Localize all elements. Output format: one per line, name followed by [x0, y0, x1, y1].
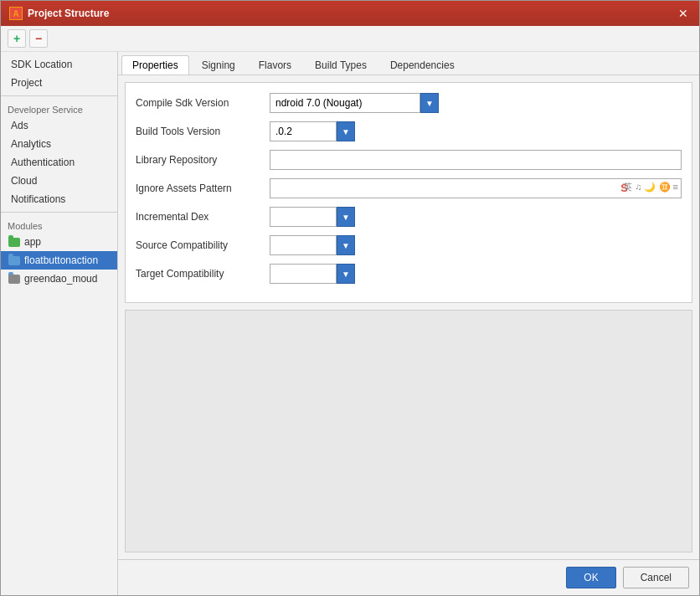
compile-sdk-row: Compile Sdk Version ▼: [136, 93, 682, 113]
sidebar-item-project[interactable]: Project: [1, 74, 117, 92]
library-repo-row: Library Repository: [136, 150, 682, 170]
app-icon: A: [9, 7, 23, 20]
compile-sdk-dropdown-btn[interactable]: ▼: [420, 93, 439, 113]
build-tools-input[interactable]: [270, 121, 337, 141]
target-compat-control: ▼: [270, 264, 682, 284]
module-label-greendao: greendao_moud: [24, 273, 97, 285]
build-tools-dropdown-btn[interactable]: ▼: [337, 121, 355, 141]
folder-icon-greendao: [8, 272, 21, 285]
main-content: SDK Location Project Developer Service A…: [1, 52, 699, 595]
close-button[interactable]: ✕: [676, 6, 691, 21]
incremental-dex-control: ▼: [270, 207, 682, 227]
module-item-floatbuttonaction[interactable]: floatbuttonaction: [1, 251, 117, 270]
tab-build-types[interactable]: Build Types: [304, 55, 378, 74]
sidebar-item-sdk-location[interactable]: SDK Location: [1, 55, 117, 74]
folder-blue-icon: [8, 256, 20, 265]
source-compat-row: Source Compatibility ▼: [136, 235, 682, 255]
sidebar-item-notifications[interactable]: Notifications: [1, 190, 117, 208]
footer: OK Cancel: [118, 559, 699, 595]
source-compat-control: ▼: [270, 235, 682, 255]
source-compat-dropdown-btn[interactable]: ▼: [337, 235, 355, 255]
build-tools-dropdown: ▼: [270, 121, 355, 141]
incremental-dex-row: Incremental Dex ▼: [136, 207, 682, 227]
module-item-greendao[interactable]: greendao_moud: [1, 270, 117, 288]
build-tools-row: Build Tools Version ▼: [136, 121, 682, 141]
sidebar-divider-2: [1, 212, 117, 213]
sidebar-item-authentication[interactable]: Authentication: [1, 153, 117, 172]
tab-signing[interactable]: Signing: [191, 55, 246, 74]
source-compat-label: Source Compatibility: [136, 239, 270, 251]
folder-green-icon: [8, 238, 20, 247]
target-compat-row: Target Compatibility ▼: [136, 264, 682, 284]
tab-properties[interactable]: Properties: [121, 55, 189, 74]
library-repo-control: [270, 150, 682, 170]
content-area: Compile Sdk Version ▼ Build Tools Versio…: [118, 75, 699, 559]
module-item-app[interactable]: app: [1, 233, 117, 251]
chinese-chars: 英 ♫ 🌙 ♊ ≡: [623, 181, 678, 193]
module-label-app: app: [24, 236, 41, 248]
build-tools-control: ▼: [270, 121, 682, 141]
folder-gray-icon: [8, 275, 20, 284]
sidebar-divider-1: [1, 95, 117, 96]
project-structure-dialog: A Project Structure ✕ + − SDK Location P…: [0, 0, 700, 596]
folder-icon-app: [8, 235, 21, 249]
empty-area: [125, 310, 692, 552]
target-compat-dropdown-btn[interactable]: ▼: [337, 264, 355, 284]
sidebar-item-ads[interactable]: Ads: [1, 116, 117, 135]
tab-flavors[interactable]: Flavors: [248, 55, 302, 74]
compile-sdk-dropdown: ▼: [270, 93, 439, 113]
modules-header: Modules: [1, 216, 117, 233]
library-repo-label: Library Repository: [136, 154, 270, 166]
dialog-title: Project Structure: [28, 8, 109, 19]
source-compat-input[interactable]: [270, 235, 337, 255]
build-tools-label: Build Tools Version: [136, 126, 270, 137]
target-compat-input[interactable]: [270, 264, 337, 284]
ignore-assets-row: Ignore Assets Pattern S 英 ♫ 🌙 ♊ ≡: [136, 178, 682, 198]
tab-bar: Properties Signing Flavors Build Types D…: [118, 52, 699, 75]
incremental-dex-dropdown-btn[interactable]: ▼: [337, 207, 355, 227]
target-compat-label: Target Compatibility: [136, 268, 270, 280]
compile-sdk-input[interactable]: [270, 93, 420, 113]
title-bar-left: A Project Structure: [9, 7, 109, 20]
folder-icon-float: [8, 254, 21, 267]
source-compat-dropdown: ▼: [270, 235, 355, 255]
ok-button[interactable]: OK: [566, 567, 615, 588]
sidebar: SDK Location Project Developer Service A…: [1, 52, 118, 595]
incremental-dex-dropdown: ▼: [270, 207, 355, 227]
ignore-assets-control: S 英 ♫ 🌙 ♊ ≡: [270, 178, 682, 198]
target-compat-dropdown: ▼: [270, 264, 355, 284]
sidebar-item-cloud[interactable]: Cloud: [1, 172, 117, 190]
sidebar-item-analytics[interactable]: Analytics: [1, 135, 117, 153]
tab-dependencies[interactable]: Dependencies: [379, 55, 466, 74]
add-button[interactable]: +: [8, 29, 26, 48]
developer-service-header: Developer Service: [1, 100, 117, 116]
toolbar: + −: [1, 26, 699, 52]
compile-sdk-control: ▼: [270, 93, 682, 113]
module-label-floatbuttonaction: floatbuttonaction: [24, 254, 98, 266]
ignore-assets-label: Ignore Assets Pattern: [136, 182, 270, 194]
compile-sdk-label: Compile Sdk Version: [136, 97, 270, 109]
incremental-dex-input[interactable]: [270, 207, 337, 227]
cancel-button[interactable]: Cancel: [623, 567, 689, 588]
right-panel: Properties Signing Flavors Build Types D…: [118, 52, 699, 595]
properties-section: Compile Sdk Version ▼ Build Tools Versio…: [125, 82, 692, 303]
incremental-dex-label: Incremental Dex: [136, 211, 270, 223]
library-repo-input[interactable]: [270, 150, 682, 170]
title-bar: A Project Structure ✕: [1, 1, 699, 26]
remove-button[interactable]: −: [29, 29, 48, 48]
